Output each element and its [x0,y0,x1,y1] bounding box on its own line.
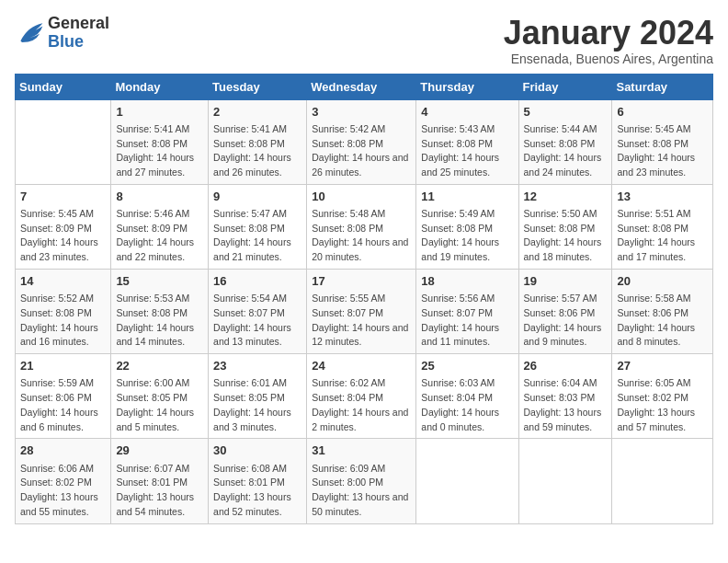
calendar-cell: 9Sunrise: 5:47 AMSunset: 8:08 PMDaylight… [209,184,307,269]
day-number: 12 [524,189,608,205]
header-sunday: Sunday [16,74,111,99]
calendar-cell: 23Sunrise: 6:01 AMSunset: 8:05 PMDayligh… [209,354,307,439]
day-number: 8 [116,189,203,205]
logo-icon [15,20,44,46]
subtitle: Ensenada, Buenos Aires, Argentina [504,52,713,66]
day-info: Sunrise: 5:49 AMSunset: 8:08 PMDaylight:… [421,207,513,265]
calendar-cell: 4Sunrise: 5:43 AMSunset: 8:08 PMDaylight… [416,99,518,184]
header-wednesday: Wednesday [307,74,416,99]
day-info: Sunrise: 6:08 AMSunset: 8:01 PMDaylight:… [213,462,301,520]
calendar-cell: 20Sunrise: 5:58 AMSunset: 8:06 PMDayligh… [612,269,713,353]
day-number: 5 [524,104,608,121]
calendar-cell: 7Sunrise: 5:45 AMSunset: 8:09 PMDaylight… [16,184,111,269]
day-info: Sunrise: 5:46 AMSunset: 8:09 PMDaylight:… [116,207,203,265]
day-info: Sunrise: 5:45 AMSunset: 8:08 PMDaylight:… [617,122,708,180]
calendar-week-row: 21Sunrise: 5:59 AMSunset: 8:06 PMDayligh… [16,354,713,439]
day-info: Sunrise: 5:44 AMSunset: 8:08 PMDaylight:… [524,122,608,180]
calendar-week-row: 28Sunrise: 6:06 AMSunset: 8:02 PMDayligh… [16,439,713,523]
calendar-cell [416,439,518,523]
day-number: 11 [421,189,513,205]
day-info: Sunrise: 5:55 AMSunset: 8:07 PMDaylight:… [312,292,411,350]
logo-general: General [48,15,109,33]
day-info: Sunrise: 6:04 AMSunset: 8:03 PMDaylight:… [524,376,608,434]
day-number: 27 [617,358,708,374]
calendar-cell: 29Sunrise: 6:07 AMSunset: 8:01 PMDayligh… [111,439,209,523]
header-monday: Monday [111,74,209,99]
day-info: Sunrise: 5:54 AMSunset: 8:07 PMDaylight:… [213,292,301,350]
day-info: Sunrise: 6:05 AMSunset: 8:02 PMDaylight:… [617,376,708,434]
calendar-cell: 18Sunrise: 5:56 AMSunset: 8:07 PMDayligh… [416,269,518,353]
calendar-header-row: SundayMondayTuesdayWednesdayThursdayFrid… [16,74,713,99]
day-number: 19 [524,273,608,290]
calendar-cell: 25Sunrise: 6:03 AMSunset: 8:04 PMDayligh… [416,354,518,439]
logo: General Blue [15,15,109,52]
calendar-cell: 31Sunrise: 6:09 AMSunset: 8:00 PMDayligh… [307,439,416,523]
calendar-cell: 16Sunrise: 5:54 AMSunset: 8:07 PMDayligh… [209,269,307,353]
day-info: Sunrise: 5:52 AMSunset: 8:08 PMDaylight:… [20,292,106,350]
header-thursday: Thursday [416,74,518,99]
calendar-cell: 8Sunrise: 5:46 AMSunset: 8:09 PMDaylight… [111,184,209,269]
calendar-cell: 17Sunrise: 5:55 AMSunset: 8:07 PMDayligh… [307,269,416,353]
calendar-cell: 13Sunrise: 5:51 AMSunset: 8:08 PMDayligh… [612,184,713,269]
day-number: 20 [617,273,708,290]
calendar-cell: 12Sunrise: 5:50 AMSunset: 8:08 PMDayligh… [518,184,612,269]
day-number: 6 [617,104,708,121]
calendar-cell [612,439,713,523]
day-info: Sunrise: 5:48 AMSunset: 8:08 PMDaylight:… [312,207,411,265]
calendar-cell: 30Sunrise: 6:08 AMSunset: 8:01 PMDayligh… [209,439,307,523]
calendar-cell: 5Sunrise: 5:44 AMSunset: 8:08 PMDaylight… [518,99,612,184]
calendar-cell: 6Sunrise: 5:45 AMSunset: 8:08 PMDaylight… [612,99,713,184]
main-title: January 2024 [504,15,713,52]
calendar-cell [518,439,612,523]
day-info: Sunrise: 5:56 AMSunset: 8:07 PMDaylight:… [421,292,513,350]
calendar-cell: 10Sunrise: 5:48 AMSunset: 8:08 PMDayligh… [307,184,416,269]
calendar-cell [16,99,111,184]
day-number: 9 [213,189,301,205]
calendar-cell: 3Sunrise: 5:42 AMSunset: 8:08 PMDaylight… [307,99,416,184]
day-number: 4 [421,104,513,121]
day-number: 14 [20,273,106,290]
day-info: Sunrise: 5:42 AMSunset: 8:08 PMDaylight:… [312,122,411,180]
calendar-cell: 28Sunrise: 6:06 AMSunset: 8:02 PMDayligh… [16,439,111,523]
day-info: Sunrise: 6:00 AMSunset: 8:05 PMDaylight:… [116,376,203,434]
day-info: Sunrise: 5:41 AMSunset: 8:08 PMDaylight:… [116,122,203,180]
calendar-week-row: 1Sunrise: 5:41 AMSunset: 8:08 PMDaylight… [16,99,713,184]
day-number: 24 [312,358,411,374]
day-info: Sunrise: 6:06 AMSunset: 8:02 PMDaylight:… [20,462,106,520]
calendar-cell: 26Sunrise: 6:04 AMSunset: 8:03 PMDayligh… [518,354,612,439]
day-number: 17 [312,273,411,290]
day-info: Sunrise: 6:02 AMSunset: 8:04 PMDaylight:… [312,376,411,434]
header-tuesday: Tuesday [209,74,307,99]
day-number: 10 [312,189,411,205]
day-info: Sunrise: 5:47 AMSunset: 8:08 PMDaylight:… [213,207,301,265]
day-number: 25 [421,358,513,374]
calendar-cell: 11Sunrise: 5:49 AMSunset: 8:08 PMDayligh… [416,184,518,269]
calendar-cell: 19Sunrise: 5:57 AMSunset: 8:06 PMDayligh… [518,269,612,353]
day-number: 3 [312,104,411,121]
title-block: January 2024 Ensenada, Buenos Aires, Arg… [504,15,713,66]
day-number: 28 [20,442,106,459]
day-info: Sunrise: 5:57 AMSunset: 8:06 PMDaylight:… [524,292,608,350]
calendar-cell: 15Sunrise: 5:53 AMSunset: 8:08 PMDayligh… [111,269,209,353]
day-info: Sunrise: 5:53 AMSunset: 8:08 PMDaylight:… [116,292,203,350]
day-info: Sunrise: 5:59 AMSunset: 8:06 PMDaylight:… [20,376,106,434]
day-info: Sunrise: 6:03 AMSunset: 8:04 PMDaylight:… [421,376,513,434]
day-number: 22 [116,358,203,374]
day-info: Sunrise: 5:51 AMSunset: 8:08 PMDaylight:… [617,207,708,265]
header-friday: Friday [518,74,612,99]
day-info: Sunrise: 5:50 AMSunset: 8:08 PMDaylight:… [524,207,608,265]
page-header: General Blue January 2024 Ensenada, Buen… [15,15,713,66]
calendar-cell: 27Sunrise: 6:05 AMSunset: 8:02 PMDayligh… [612,354,713,439]
day-info: Sunrise: 5:58 AMSunset: 8:06 PMDaylight:… [617,292,708,350]
calendar-cell: 21Sunrise: 5:59 AMSunset: 8:06 PMDayligh… [16,354,111,439]
day-number: 21 [20,358,106,374]
header-saturday: Saturday [612,74,713,99]
day-number: 23 [213,358,301,374]
day-number: 30 [213,442,301,459]
day-info: Sunrise: 6:07 AMSunset: 8:01 PMDaylight:… [116,462,203,520]
day-info: Sunrise: 5:41 AMSunset: 8:08 PMDaylight:… [213,122,301,180]
calendar-week-row: 14Sunrise: 5:52 AMSunset: 8:08 PMDayligh… [16,269,713,353]
calendar-table: SundayMondayTuesdayWednesdayThursdayFrid… [15,74,713,524]
day-info: Sunrise: 6:09 AMSunset: 8:00 PMDaylight:… [312,462,411,520]
calendar-cell: 22Sunrise: 6:00 AMSunset: 8:05 PMDayligh… [111,354,209,439]
